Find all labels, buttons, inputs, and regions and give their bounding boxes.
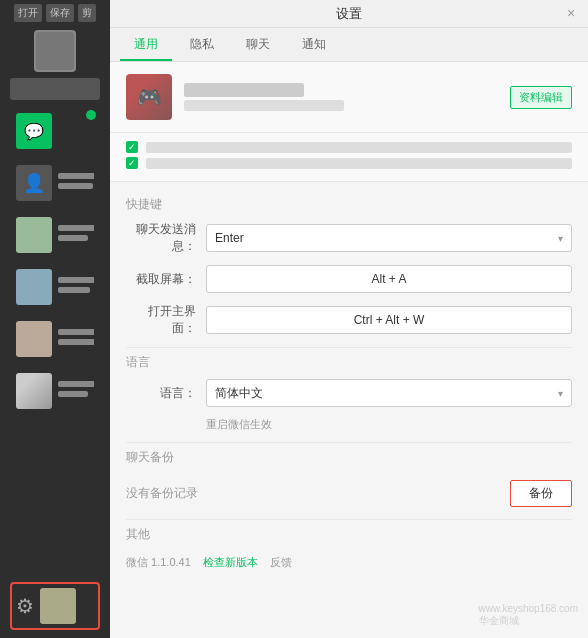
main-settings-panel: 设置 × 通用 隐私 聊天 通知 🎮 资料编辑 ✓ ✓ 快捷键 <box>110 0 588 638</box>
sidebar-text-3 <box>58 329 94 349</box>
version-label: 微信 1.1.0.41 <box>126 555 191 570</box>
save-button[interactable]: 保存 <box>46 4 74 22</box>
title-bar: 设置 × <box>110 0 588 28</box>
notif-row-1: ✓ <box>126 141 572 153</box>
tab-privacy[interactable]: 隐私 <box>176 30 228 61</box>
tabs-row: 通用 隐私 聊天 通知 <box>110 28 588 62</box>
language-value: 简体中文 <box>215 385 263 402</box>
sidebar-top-buttons: 打开 保存 剪 <box>14 4 96 22</box>
shortcut-send-label: 聊天发送消息： <box>126 221 196 255</box>
language-dropdown[interactable]: 简体中文 ▾ <box>206 379 572 407</box>
sidebar-text-contacts <box>58 173 94 193</box>
sidebar-item-4[interactable] <box>10 366 100 416</box>
profile-name <box>184 83 304 97</box>
sidebar: 打开 保存 剪 💬 👤 <box>0 0 110 638</box>
profile-edit-button[interactable]: 资料编辑 <box>510 86 572 109</box>
language-row: 语言： 简体中文 ▾ <box>126 379 572 407</box>
notif-text-2 <box>146 158 572 169</box>
wechat-icon: 💬 <box>16 113 52 149</box>
settings-thumb <box>40 588 76 624</box>
divider-1 <box>126 347 572 348</box>
backup-button[interactable]: 备份 <box>510 480 572 507</box>
language-section-label: 语言 <box>126 354 572 371</box>
notif-text-1 <box>146 142 572 153</box>
sidebar-settings-item[interactable]: ⚙ <box>10 582 100 630</box>
tab-chat[interactable]: 聊天 <box>232 30 284 61</box>
profile-section: 🎮 资料编辑 <box>110 62 588 133</box>
cut-button[interactable]: 剪 <box>78 4 96 22</box>
sidebar-text-4 <box>58 381 94 401</box>
avatar-thumb-4 <box>16 373 52 409</box>
sidebar-item-3[interactable] <box>10 314 100 364</box>
notif-check-2[interactable]: ✓ <box>126 157 138 169</box>
backup-row: 没有备份记录 备份 <box>126 474 572 513</box>
sidebar-item-contacts[interactable]: 👤 <box>10 158 100 208</box>
avatar-thumb-2 <box>16 269 52 305</box>
check-update-link[interactable]: 检查新版本 <box>203 555 258 570</box>
language-chevron: ▾ <box>558 388 563 399</box>
shortcuts-section-label: 快捷键 <box>126 196 572 213</box>
other-section-label: 其他 <box>126 526 572 543</box>
shortcut-screenshot-row: 截取屏幕： Alt + A <box>126 265 572 293</box>
sidebar-item-2[interactable] <box>10 262 100 312</box>
shortcut-send-value: Enter <box>215 231 244 245</box>
shortcut-send-dropdown[interactable]: Enter ▾ <box>206 224 572 252</box>
shortcut-open-label: 打开主界面： <box>126 303 196 337</box>
restart-label: 重启微信生效 <box>126 417 572 436</box>
contact-icon: 👤 <box>16 165 52 201</box>
backup-no-record-label: 没有备份记录 <box>126 485 198 502</box>
avatar-thumb-3 <box>16 321 52 357</box>
sidebar-text-1 <box>58 225 94 245</box>
shortcut-send-chevron: ▾ <box>558 233 563 244</box>
open-button[interactable]: 打开 <box>14 4 42 22</box>
sidebar-search[interactable] <box>10 78 100 100</box>
divider-3 <box>126 519 572 520</box>
shortcut-open-value: Ctrl + Alt + W <box>206 306 572 334</box>
profile-id <box>184 100 344 111</box>
notif-check-1[interactable]: ✓ <box>126 141 138 153</box>
shortcut-screenshot-label: 截取屏幕： <box>126 271 196 288</box>
profile-avatar: 🎮 <box>126 74 172 120</box>
shortcut-send-row: 聊天发送消息： Enter ▾ <box>126 221 572 255</box>
settings-title: 设置 <box>336 5 362 23</box>
notif-row-2: ✓ <box>126 157 572 169</box>
backup-section-label: 聊天备份 <box>126 449 572 466</box>
feedback-link[interactable]: 反馈 <box>270 555 292 570</box>
sidebar-avatar <box>34 30 76 72</box>
notifications-section: ✓ ✓ <box>110 133 588 182</box>
sidebar-text-2 <box>58 277 94 297</box>
language-label: 语言： <box>126 385 196 402</box>
profile-info <box>184 83 498 111</box>
tab-general[interactable]: 通用 <box>120 30 172 61</box>
close-button[interactable]: × <box>562 4 580 22</box>
shortcut-open-row: 打开主界面： Ctrl + Alt + W <box>126 303 572 337</box>
settings-content: 快捷键 聊天发送消息： Enter ▾ 截取屏幕： Alt + A 打开主界面：… <box>110 182 588 638</box>
other-row: 微信 1.1.0.41 检查新版本 反馈 <box>126 551 572 574</box>
tab-notification[interactable]: 通知 <box>288 30 340 61</box>
gear-icon: ⚙ <box>16 594 34 618</box>
shortcut-screenshot-value: Alt + A <box>206 265 572 293</box>
sidebar-item-wechat[interactable]: 💬 <box>10 106 100 156</box>
avatar-thumb-1 <box>16 217 52 253</box>
divider-2 <box>126 442 572 443</box>
sidebar-item-1[interactable] <box>10 210 100 260</box>
